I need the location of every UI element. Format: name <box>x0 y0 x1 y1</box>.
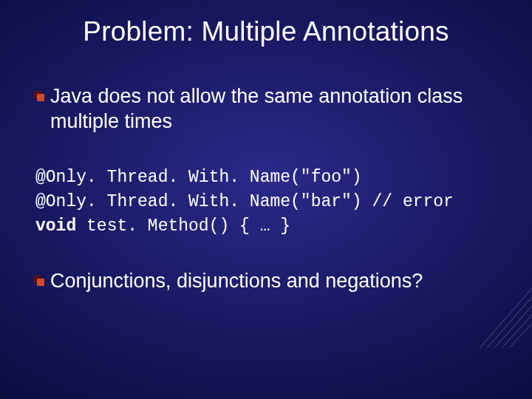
code-text: test. Method() { … } <box>76 216 290 236</box>
code-block: @Only. Thread. With. Name("foo")@Only. T… <box>34 166 498 239</box>
bullet-item: Java does not allow the same annotation … <box>34 84 498 134</box>
svg-line-2 <box>495 306 532 347</box>
code-line: @Only. Thread. With. Name("foo") <box>35 166 498 190</box>
svg-line-4 <box>510 324 532 347</box>
svg-line-0 <box>480 288 532 347</box>
slide-content: Java does not allow the same annotation … <box>0 53 532 293</box>
bullet-item: Conjunctions, disjunctions and negations… <box>34 269 498 294</box>
svg-line-3 <box>502 315 532 347</box>
code-line: @Only. Thread. With. Name("bar") // erro… <box>35 190 498 214</box>
code-line: void test. Method() { … } <box>35 214 498 239</box>
slide: Problem: Multiple Annotations Java does … <box>0 0 532 399</box>
code-comment: // error <box>372 192 453 211</box>
svg-line-1 <box>488 297 532 347</box>
decorative-lines-icon <box>480 288 532 347</box>
bullet-text: Conjunctions, disjunctions and negations… <box>50 269 423 294</box>
code-text: @Only. Thread. With. Name("bar") <box>35 192 372 211</box>
bullet-text: Java does not allow the same annotation … <box>50 84 498 134</box>
slide-title: Problem: Multiple Annotations <box>0 0 532 53</box>
code-keyword: void <box>35 216 76 236</box>
bullet-icon <box>34 91 44 101</box>
bullet-icon <box>34 276 44 286</box>
